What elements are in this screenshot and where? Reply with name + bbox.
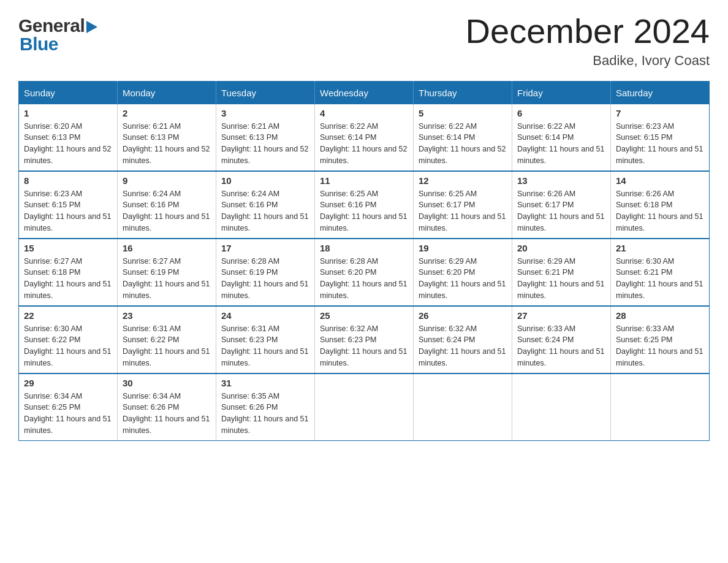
calendar-day-cell: 7 Sunrise: 6:23 AM Sunset: 6:15 PM Dayli… [611,104,710,171]
calendar-day-cell: 15 Sunrise: 6:27 AM Sunset: 6:18 PM Dayl… [19,239,118,306]
sunrise-label: Sunrise: 6:23 AM [616,122,674,131]
daylight-label: Daylight: 11 hours and 51 minutes. [320,212,407,232]
sunset-label: Sunset: 6:15 PM [616,133,672,142]
day-info: Sunrise: 6:23 AM Sunset: 6:15 PM Dayligh… [24,188,112,234]
calendar-week-row: 15 Sunrise: 6:27 AM Sunset: 6:18 PM Dayl… [19,239,710,306]
sunrise-label: Sunrise: 6:20 AM [24,122,82,131]
sunset-label: Sunset: 6:16 PM [320,201,376,209]
daylight-label: Daylight: 11 hours and 52 minutes. [419,145,506,165]
title-section: December 2024 Badike, Ivory Coast [466,12,710,69]
daylight-label: Daylight: 11 hours and 51 minutes. [419,212,506,232]
calendar-day-cell: 2 Sunrise: 6:21 AM Sunset: 6:13 PM Dayli… [118,104,216,171]
day-info: Sunrise: 6:31 AM Sunset: 6:22 PM Dayligh… [123,323,211,369]
calendar-week-row: 29 Sunrise: 6:34 AM Sunset: 6:25 PM Dayl… [19,373,710,441]
sunset-label: Sunset: 6:22 PM [123,335,179,344]
calendar-day-cell: 19 Sunrise: 6:29 AM Sunset: 6:20 PM Dayl… [414,239,512,306]
sunset-label: Sunset: 6:20 PM [419,268,475,277]
sunrise-label: Sunrise: 6:27 AM [24,257,82,266]
day-number: 1 [24,108,112,118]
day-number: 21 [616,243,704,253]
sunset-label: Sunset: 6:16 PM [123,201,179,209]
sunset-label: Sunset: 6:21 PM [616,268,672,277]
day-info: Sunrise: 6:35 AM Sunset: 6:26 PM Dayligh… [221,391,309,437]
calendar-day-cell: 5 Sunrise: 6:22 AM Sunset: 6:14 PM Dayli… [414,104,512,171]
day-info: Sunrise: 6:33 AM Sunset: 6:25 PM Dayligh… [616,323,704,369]
day-number: 20 [517,243,605,253]
day-info: Sunrise: 6:29 AM Sunset: 6:20 PM Dayligh… [419,256,507,302]
sunrise-label: Sunrise: 6:32 AM [320,324,378,333]
sunrise-label: Sunrise: 6:31 AM [123,324,181,333]
sunrise-label: Sunrise: 6:22 AM [320,122,378,131]
sunset-label: Sunset: 6:24 PM [419,335,475,344]
calendar-day-cell: 16 Sunrise: 6:27 AM Sunset: 6:19 PM Dayl… [118,239,216,306]
day-number: 18 [320,243,408,253]
day-number: 30 [123,378,211,388]
daylight-label: Daylight: 11 hours and 51 minutes. [24,212,111,232]
calendar-day-cell: 27 Sunrise: 6:33 AM Sunset: 6:24 PM Dayl… [512,306,611,373]
sunset-label: Sunset: 6:17 PM [419,201,475,209]
day-number: 22 [24,310,112,321]
sunrise-label: Sunrise: 6:27 AM [123,257,181,266]
daylight-label: Daylight: 11 hours and 51 minutes. [24,280,111,300]
day-number: 24 [221,310,309,321]
sunset-label: Sunset: 6:19 PM [123,268,179,277]
day-of-week-header: Friday [512,81,611,104]
sunrise-label: Sunrise: 6:26 AM [517,190,575,198]
sunrise-label: Sunrise: 6:26 AM [616,190,674,198]
daylight-label: Daylight: 11 hours and 51 minutes. [221,347,308,367]
sunrise-label: Sunrise: 6:29 AM [517,257,575,266]
day-info: Sunrise: 6:28 AM Sunset: 6:19 PM Dayligh… [221,256,309,302]
calendar-day-cell: 23 Sunrise: 6:31 AM Sunset: 6:22 PM Dayl… [118,306,216,373]
calendar-day-cell: 17 Sunrise: 6:28 AM Sunset: 6:19 PM Dayl… [216,239,315,306]
daylight-label: Daylight: 11 hours and 51 minutes. [616,280,703,300]
day-info: Sunrise: 6:26 AM Sunset: 6:17 PM Dayligh… [517,188,605,234]
day-number: 31 [221,378,309,388]
calendar-day-cell: 10 Sunrise: 6:24 AM Sunset: 6:16 PM Dayl… [216,171,315,239]
day-info: Sunrise: 6:22 AM Sunset: 6:14 PM Dayligh… [419,121,507,167]
day-of-week-header: Saturday [611,81,710,104]
logo: General Blue [18,12,97,55]
sunset-label: Sunset: 6:16 PM [221,201,278,209]
calendar-day-cell: 31 Sunrise: 6:35 AM Sunset: 6:26 PM Dayl… [216,373,315,441]
sunset-label: Sunset: 6:26 PM [123,403,179,412]
sunset-label: Sunset: 6:14 PM [419,133,475,142]
sunrise-label: Sunrise: 6:25 AM [419,190,477,198]
day-number: 16 [123,243,211,253]
day-number: 25 [320,310,408,321]
day-number: 17 [221,243,309,253]
day-of-week-header: Tuesday [216,81,315,104]
daylight-label: Daylight: 11 hours and 51 minutes. [24,347,111,367]
daylight-label: Daylight: 11 hours and 51 minutes. [616,145,703,165]
calendar-day-cell: 29 Sunrise: 6:34 AM Sunset: 6:25 PM Dayl… [19,373,118,441]
daylight-label: Daylight: 11 hours and 51 minutes. [517,280,604,300]
day-number: 29 [24,378,112,388]
day-number: 27 [517,310,605,321]
sunset-label: Sunset: 6:25 PM [616,335,672,344]
sunset-label: Sunset: 6:26 PM [221,403,278,412]
day-number: 6 [517,108,605,118]
calendar-day-cell: 9 Sunrise: 6:24 AM Sunset: 6:16 PM Dayli… [118,171,216,239]
calendar-day-cell: 22 Sunrise: 6:30 AM Sunset: 6:22 PM Dayl… [19,306,118,373]
day-number: 26 [419,310,507,321]
page-header: General Blue December 2024 Badike, Ivory… [18,12,710,69]
calendar-day-cell [611,373,710,441]
daylight-label: Daylight: 11 hours and 51 minutes. [123,415,210,435]
sunset-label: Sunset: 6:21 PM [517,268,574,277]
day-number: 14 [616,175,704,186]
sunrise-label: Sunrise: 6:22 AM [419,122,477,131]
day-info: Sunrise: 6:21 AM Sunset: 6:13 PM Dayligh… [123,121,211,167]
day-info: Sunrise: 6:34 AM Sunset: 6:25 PM Dayligh… [24,391,112,437]
daylight-label: Daylight: 11 hours and 51 minutes. [320,280,407,300]
logo-blue-text: Blue [20,34,58,55]
sunset-label: Sunset: 6:22 PM [24,335,80,344]
day-info: Sunrise: 6:30 AM Sunset: 6:22 PM Dayligh… [24,323,112,369]
sunset-label: Sunset: 6:20 PM [320,268,376,277]
sunrise-label: Sunrise: 6:21 AM [221,122,279,131]
day-info: Sunrise: 6:33 AM Sunset: 6:24 PM Dayligh… [517,323,605,369]
sunset-label: Sunset: 6:15 PM [24,201,80,209]
day-info: Sunrise: 6:27 AM Sunset: 6:18 PM Dayligh… [24,256,112,302]
sunrise-label: Sunrise: 6:32 AM [419,324,477,333]
sunset-label: Sunset: 6:23 PM [320,335,376,344]
sunrise-label: Sunrise: 6:31 AM [221,324,279,333]
sunset-label: Sunset: 6:13 PM [221,133,278,142]
